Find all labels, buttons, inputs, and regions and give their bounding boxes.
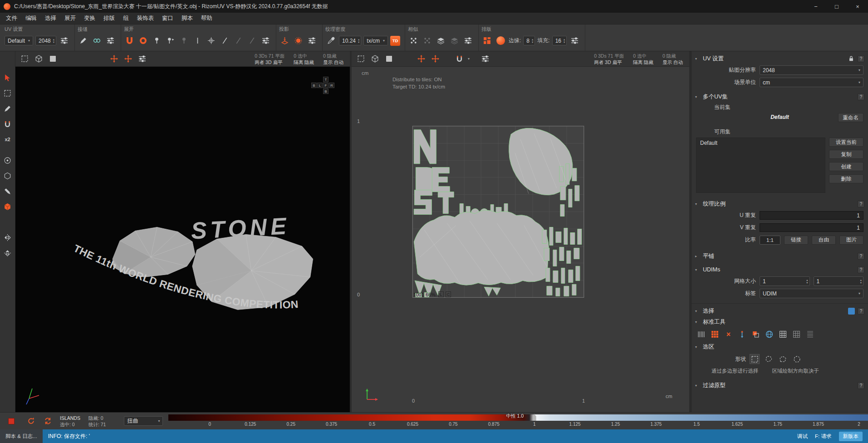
edge-constraint-v-icon[interactable] [246, 35, 258, 46]
element-select-icon[interactable] [19, 53, 30, 64]
unstack-islands-icon[interactable] [449, 35, 460, 46]
lasso-select-shape-icon[interactable] [764, 354, 774, 364]
select-similar-all-icon[interactable] [422, 35, 433, 46]
fill-spacing-spinner[interactable]: 16▴▾ [552, 36, 567, 45]
menu-trim[interactable]: 装饰表 [133, 13, 158, 24]
viewport-3d-canvas[interactable]: STONE THE 11th WORLD RENDERING COMPETITI… [15, 67, 350, 412]
plane-projection-icon[interactable] [293, 35, 304, 46]
viewcube-front[interactable]: F [323, 83, 329, 88]
help-button[interactable]: ? [858, 253, 864, 260]
projection-options-icon[interactable] [306, 35, 318, 46]
script-log-tab[interactable]: 脚本 & 日志... [0, 429, 43, 443]
snap-magnet-icon[interactable] [454, 53, 465, 64]
section-header-filter[interactable]: ▾ 过滤原型 ? [691, 380, 868, 391]
spinner-arrows-icon[interactable]: ▴▾ [806, 279, 808, 284]
resolution-spinner[interactable]: 2048▴▾ [35, 36, 56, 45]
ratio-1-1-button[interactable]: 1:1 [760, 236, 780, 245]
section-header-selection[interactable]: ▾ 选区 [691, 341, 868, 352]
cube-view-icon[interactable] [369, 53, 381, 64]
grid-select-b-icon[interactable] [791, 329, 802, 340]
recompute-icon[interactable] [25, 415, 37, 427]
unfold-button[interactable] [124, 35, 135, 46]
pack-settings-icon[interactable] [481, 35, 493, 46]
set-current-button[interactable]: 设置当前 [829, 138, 863, 147]
viewport-options-icon[interactable] [137, 53, 148, 64]
stack-islands-icon[interactable] [435, 35, 446, 46]
sphere-select-icon[interactable] [764, 329, 775, 340]
pin-icon[interactable] [151, 35, 162, 46]
isolate-hide-buttons[interactable]: 隔离 隐藏 [294, 59, 314, 65]
panel-header-uv-settings[interactable]: ▾ UV 设置 ? [691, 53, 868, 64]
menu-help[interactable]: 帮助 [197, 13, 216, 24]
show-auto-buttons[interactable]: 显示 自动 [662, 59, 683, 65]
constraint-anchor-icon[interactable] [206, 35, 217, 46]
viewcube[interactable]: T B L F R B [311, 77, 334, 94]
help-button[interactable]: ? [858, 382, 864, 389]
mirror-horizontal-icon[interactable] [2, 232, 13, 243]
spinner-arrows-icon[interactable]: ▴▾ [860, 279, 862, 284]
select-arrow-icon[interactable] [2, 72, 13, 83]
display-mode-buttons[interactable]: 两者 3D 扁平 [255, 59, 282, 65]
transform-gizmo-icon[interactable] [430, 53, 441, 64]
spinner-arrows-icon[interactable]: ▴▾ [564, 38, 565, 44]
cube-view-icon[interactable] [33, 53, 44, 64]
uvset-list-item[interactable]: Default [700, 140, 821, 146]
viewcube-top[interactable]: T [323, 77, 329, 82]
edge-spacing-spinner[interactable]: 8▴▾ [523, 36, 535, 45]
uv-settings-options-icon[interactable] [59, 35, 70, 46]
panel-header-select[interactable]: ▾ 选择 ? [691, 305, 868, 316]
texel-unit-combo[interactable]: tx/cm▾ [363, 36, 388, 45]
select-mode-icon[interactable] [848, 308, 855, 315]
debug-button[interactable]: 调试 [797, 433, 808, 440]
section-header-standard-tools[interactable]: ▾ 标准工具 [691, 316, 868, 327]
tile-constrain-toggle[interactable]: C [446, 291, 451, 297]
help-button[interactable]: ? [858, 201, 864, 207]
viewport-3d[interactable]: 0 3Ds 71 平面两者 3D 扁平 0 选中隔离 隐藏 0 隐藏显示 自动 [15, 51, 350, 412]
box-mapping-icon[interactable] [2, 201, 13, 212]
lock-icon[interactable] [847, 55, 855, 63]
circle-select-icon[interactable] [2, 155, 13, 166]
seam-options-icon[interactable] [105, 35, 116, 46]
edge-pattern-select-icon[interactable] [696, 329, 706, 340]
brush-select-icon[interactable] [2, 103, 13, 114]
help-button[interactable]: ? [858, 55, 864, 62]
rename-set-button[interactable]: 重命名 [838, 113, 864, 122]
unpin-icon[interactable] [178, 35, 190, 46]
flat-view-icon[interactable] [383, 53, 395, 64]
seam-weld-icon[interactable] [91, 35, 103, 46]
help-button[interactable]: ? [858, 308, 864, 315]
pin-group-icon[interactable] [165, 35, 176, 46]
uvset-list[interactable]: Default [696, 138, 825, 193]
unfold-options-icon[interactable] [260, 35, 271, 46]
expand-selection-icon[interactable] [737, 329, 747, 340]
edge-constraint-icon[interactable] [219, 35, 230, 46]
edge-constraint-h-icon[interactable] [233, 35, 244, 46]
polygon-select-shape-icon[interactable] [778, 354, 788, 364]
menu-script[interactable]: 脚本 [177, 13, 197, 24]
grid-size-y-spinner[interactable]: 1▴▾ [814, 276, 864, 286]
element-select-icon[interactable] [355, 53, 367, 64]
optimize-button[interactable] [137, 35, 149, 46]
mirror-vertical-icon[interactable] [2, 247, 13, 258]
viewport-uv-canvas[interactable]: cm Distribute to tiles: ON Target TD: 10… [352, 67, 689, 412]
new-version-button[interactable]: 新版本 [839, 432, 863, 441]
edge-straighten-icon[interactable] [192, 35, 203, 46]
scene-unit-combo[interactable]: cm▾ [760, 78, 863, 87]
distortion-metric-combo[interactable]: 扭曲▾ [124, 416, 163, 426]
minimize-button[interactable]: − [805, 0, 826, 13]
u-repeat-slider[interactable]: 1 [760, 211, 863, 220]
chevron-down-icon[interactable]: ▾ [468, 57, 470, 61]
double-resolution-button[interactable]: x2 [2, 134, 13, 145]
viewcube-right[interactable]: R [329, 83, 334, 88]
viewport-options-icon[interactable] [480, 53, 491, 64]
sync-uv-icon[interactable] [42, 415, 54, 427]
transform-gizmo-icon[interactable] [123, 53, 134, 64]
similar-options-icon[interactable] [462, 35, 474, 46]
pattern-select-b-icon[interactable] [805, 329, 815, 340]
grid-select-a-icon[interactable] [778, 329, 788, 340]
ratio-image-button[interactable]: 图片 [839, 236, 863, 245]
menu-file[interactable]: 文件 [2, 13, 21, 24]
section-header-tiling[interactable]: ▸ 平铺 ? [691, 251, 868, 261]
rect-select-shape-icon[interactable] [750, 354, 760, 364]
distortion-gradient-bar[interactable]: 中性 1.0 0 0.125 0.25 0.375 0.5 0.625 0.75… [168, 413, 868, 429]
